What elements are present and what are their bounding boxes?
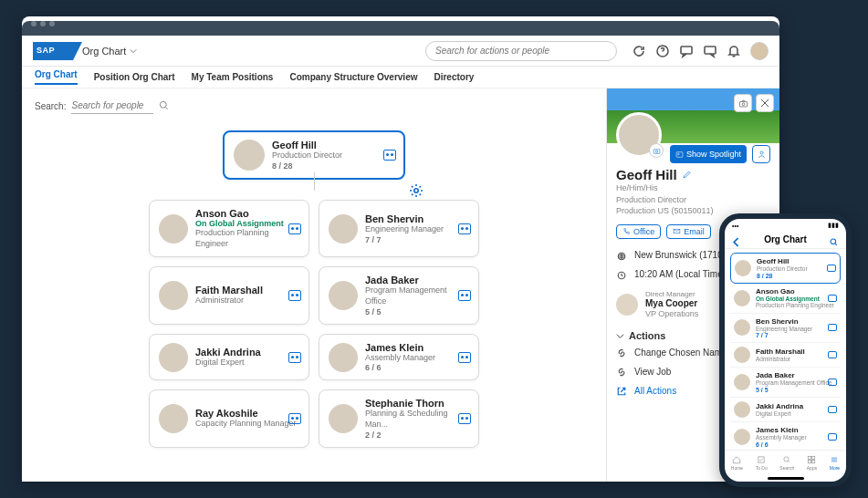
avatar bbox=[734, 347, 750, 363]
svg-point-17 bbox=[784, 457, 789, 462]
edit-name-icon[interactable] bbox=[682, 167, 692, 182]
org-card[interactable]: Faith Marshall Administrator bbox=[149, 266, 309, 324]
profile-action-icon[interactable] bbox=[752, 145, 770, 163]
phone-card[interactable]: Geoff HillProduction Director8 / 28 bbox=[730, 253, 841, 284]
card-name: Jakki Andrina bbox=[195, 347, 299, 358]
org-card[interactable]: Anson Gao On Global Assignment Productio… bbox=[149, 200, 309, 257]
p-sub: Program Management Office bbox=[756, 379, 837, 387]
avatar bbox=[159, 404, 188, 433]
card-title: Planning & Scheduling Man... bbox=[365, 409, 469, 430]
email-button[interactable]: Email bbox=[666, 224, 711, 239]
phone-list[interactable]: Geoff HillProduction Director8 / 28 Anso… bbox=[725, 249, 846, 450]
back-icon[interactable] bbox=[732, 234, 742, 244]
org-card-icon[interactable] bbox=[288, 413, 301, 424]
org-card-icon[interactable] bbox=[828, 324, 837, 331]
app-header: SAP Org Chart bbox=[22, 36, 779, 67]
p-name: Jada Baker bbox=[756, 371, 837, 379]
avatar bbox=[329, 404, 358, 433]
actions-title-text: Actions bbox=[629, 330, 665, 341]
org-card[interactable]: Ben Shervin Engineering Manager 7 / 7 bbox=[319, 200, 479, 257]
card-name: Anson Gao bbox=[195, 208, 299, 219]
card-badge: On Global Assignment bbox=[195, 219, 299, 228]
tab-my-team-positions[interactable]: My Team Positions bbox=[192, 72, 274, 82]
nav-todo[interactable]: To Do bbox=[756, 455, 768, 471]
tab-directory[interactable]: Directory bbox=[434, 72, 474, 82]
org-chart-canvas: Search: Geoff Hill Production Director 8… bbox=[22, 88, 606, 482]
search-icon[interactable] bbox=[829, 234, 839, 244]
org-card-icon[interactable] bbox=[828, 406, 837, 413]
show-spotlight-button[interactable]: Show Spotlight bbox=[670, 145, 747, 163]
bell-icon[interactable] bbox=[727, 44, 741, 58]
org-card-icon[interactable] bbox=[828, 433, 837, 441]
user-avatar[interactable] bbox=[750, 42, 769, 60]
p-sub: Production Planning Engineer bbox=[756, 302, 837, 309]
org-card-icon[interactable] bbox=[458, 352, 471, 363]
tab-org-chart[interactable]: Org Chart bbox=[35, 69, 78, 85]
people-search-input[interactable] bbox=[71, 98, 153, 114]
nav-apps[interactable]: Apps bbox=[807, 455, 817, 471]
link-icon bbox=[616, 348, 627, 358]
avatar-camera-icon[interactable] bbox=[649, 143, 664, 158]
id-card-icon bbox=[675, 150, 684, 159]
svg-rect-7 bbox=[654, 149, 660, 153]
org-card-icon[interactable] bbox=[458, 413, 471, 424]
card-count: 5 / 5 bbox=[365, 307, 469, 316]
org-card[interactable]: Jakki Andrina Digital Expert bbox=[149, 334, 309, 381]
phone-icon bbox=[622, 227, 631, 235]
phone-card[interactable]: Ben ShervinEngineering Manager7 / 7 bbox=[730, 314, 841, 344]
help-icon[interactable] bbox=[655, 44, 670, 58]
org-card[interactable]: Jada Baker Program Management Office 5 /… bbox=[319, 266, 479, 324]
p-name: Ben Shervin bbox=[756, 317, 837, 326]
org-card-icon[interactable] bbox=[383, 150, 396, 161]
refresh-icon[interactable] bbox=[632, 44, 646, 58]
tab-company-structure[interactable]: Company Structure Overview bbox=[289, 72, 417, 82]
sap-logo[interactable]: SAP bbox=[33, 42, 73, 60]
org-card-icon[interactable] bbox=[288, 352, 301, 363]
nav-more[interactable]: More bbox=[830, 455, 840, 471]
p-name: Faith Marshall bbox=[756, 348, 837, 356]
chart-settings-icon[interactable] bbox=[409, 183, 424, 198]
global-search-input[interactable] bbox=[425, 41, 617, 61]
org-card-icon[interactable] bbox=[288, 290, 301, 301]
phone-card[interactable]: Faith MarshallAdministrator bbox=[730, 343, 841, 368]
close-icon[interactable] bbox=[756, 94, 774, 112]
org-card[interactable]: Stephanie Thorn Planning & Scheduling Ma… bbox=[319, 389, 479, 447]
svg-rect-2 bbox=[705, 47, 716, 54]
org-card-icon[interactable] bbox=[458, 290, 471, 301]
phone-card[interactable]: Anson GaoOn Global AssignmentProduction … bbox=[730, 284, 841, 314]
org-card-icon[interactable] bbox=[288, 223, 301, 234]
tab-position-org-chart[interactable]: Position Org Chart bbox=[94, 72, 175, 82]
children-grid: Anson Gao On Global Assignment Productio… bbox=[35, 200, 593, 448]
manager-avatar bbox=[616, 294, 638, 316]
org-card[interactable]: James Klein Assembly Manager 6 / 6 bbox=[319, 334, 479, 381]
card-title: Engineering Manager bbox=[365, 224, 469, 235]
search-icon[interactable] bbox=[159, 100, 169, 112]
phone-card[interactable]: Jakki AndrinaDigital Expert bbox=[730, 398, 841, 422]
page-selector[interactable]: Org Chart bbox=[82, 46, 137, 57]
camera-icon[interactable] bbox=[734, 94, 752, 112]
card-count: 6 / 6 bbox=[365, 363, 469, 372]
phone-card[interactable]: Jada BakerProgram Management Office5 / 5 bbox=[730, 368, 841, 398]
org-card-icon[interactable] bbox=[828, 295, 837, 302]
chat-icon[interactable] bbox=[679, 44, 694, 58]
feedback-icon[interactable] bbox=[703, 44, 717, 58]
org-card-icon[interactable] bbox=[828, 379, 837, 386]
card-title: Assembly Manager bbox=[365, 353, 469, 364]
svg-rect-5 bbox=[739, 101, 747, 107]
card-count: 7 / 7 bbox=[365, 235, 469, 244]
svg-point-4 bbox=[414, 189, 418, 192]
browser-window: SAP Org Chart Org Chart Position Org Cha… bbox=[22, 16, 779, 482]
org-card-icon[interactable] bbox=[827, 265, 836, 272]
nav-search[interactable]: Search bbox=[779, 455, 794, 471]
org-card-icon[interactable] bbox=[458, 223, 471, 234]
nav-home[interactable]: Home bbox=[731, 455, 743, 471]
location-icon bbox=[616, 251, 627, 262]
org-card-icon[interactable] bbox=[828, 351, 837, 358]
card-name: Ben Shervin bbox=[365, 213, 469, 224]
org-card[interactable]: Ray Akoshile Capacity Planning Manager bbox=[149, 389, 309, 447]
p-sub: Production Director bbox=[757, 265, 836, 273]
avatar bbox=[329, 214, 358, 244]
phone-card[interactable]: James KleinAssembly Manager6 / 6 bbox=[730, 422, 841, 450]
office-button[interactable]: Office bbox=[616, 224, 661, 239]
detail-name: Geoff Hill bbox=[616, 167, 677, 182]
